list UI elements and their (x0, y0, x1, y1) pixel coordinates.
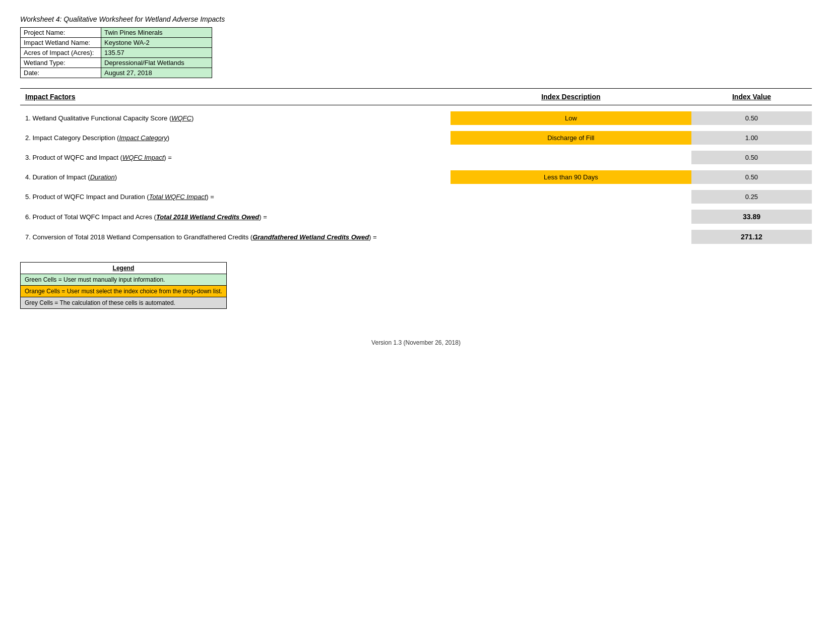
table-row: 3. Product of WQFC and Impact (WQFC Impa… (20, 151, 812, 164)
factor-label-5: 5. Product of WQFC Impact and Duration (… (20, 190, 451, 204)
factor-label-2: 2. Impact Category Description (Impact C… (20, 131, 451, 145)
acres-value: 135.57 (101, 48, 212, 58)
info-table: Project Name: Twin Pines Minerals Impact… (20, 27, 212, 78)
acres-label: Acres of Impact (Acres): (21, 48, 101, 58)
date-value: August 27, 2018 (101, 68, 212, 78)
version-footer: Version 1.3 (November 26, 2018) (20, 339, 812, 346)
table-row: 6. Product of Total WQFC Impact and Acre… (20, 210, 812, 224)
value-cell-1: 0.50 (691, 111, 812, 125)
table-row: 7. Conversion of Total 2018 Wetland Comp… (20, 230, 812, 244)
value-cell-3: 0.50 (691, 151, 812, 164)
factor-label-7: 7. Conversion of Total 2018 Wetland Comp… (20, 230, 451, 244)
description-cell-3 (451, 151, 691, 164)
impact-wetland-value: Keystone WA-2 (101, 38, 212, 48)
factor-label-4: 4. Duration of Impact (Duration) (20, 170, 451, 184)
value-cell-7: 271.12 (691, 230, 812, 244)
header-impact-factors: Impact Factors (20, 89, 451, 105)
header-index-description: Index Description (451, 89, 691, 105)
impact-wetland-label: Impact Wetland Name: (21, 38, 101, 48)
worksheet-title: Worksheet 4: Qualitative Worksheet for W… (20, 15, 812, 23)
factor-label-3: 3. Product of WQFC and Impact (WQFC Impa… (20, 151, 451, 164)
description-cell-1[interactable]: Low (451, 111, 691, 125)
project-name-label: Project Name: (21, 28, 101, 38)
wetland-type-value: Depressional/Flat Wetlands (101, 58, 212, 68)
factor-label-6: 6. Product of Total WQFC Impact and Acre… (20, 210, 451, 224)
legend-table: Legend Green Cells = User must manually … (20, 262, 227, 309)
wetland-type-label: Wetland Type: (21, 58, 101, 68)
date-label: Date: (21, 68, 101, 78)
value-cell-5: 0.25 (691, 190, 812, 204)
legend-title: Legend (21, 263, 227, 274)
project-name-value: Twin Pines Minerals (101, 28, 212, 38)
table-row: 2. Impact Category Description (Impact C… (20, 131, 812, 145)
table-row: 1. Wetland Qualitative Functional Capaci… (20, 111, 812, 125)
value-cell-6: 33.89 (691, 210, 812, 224)
legend-green: Green Cells = User must manually input i… (21, 274, 227, 286)
legend-orange: Orange Cells = User must select the inde… (21, 286, 227, 297)
description-cell-4[interactable]: Less than 90 Days (451, 170, 691, 184)
table-row: 5. Product of WQFC Impact and Duration (… (20, 190, 812, 204)
table-row: 4. Duration of Impact (Duration)Less tha… (20, 170, 812, 184)
description-cell-7 (451, 230, 691, 244)
description-cell-5 (451, 190, 691, 204)
value-cell-2: 1.00 (691, 131, 812, 145)
header-index-value: Index Value (691, 89, 812, 105)
legend-grey: Grey Cells = The calculation of these ce… (21, 297, 227, 309)
factor-label-1: 1. Wetland Qualitative Functional Capaci… (20, 111, 451, 125)
main-table: Impact Factors Index Description Index V… (20, 88, 812, 250)
value-cell-4: 0.50 (691, 170, 812, 184)
description-cell-6 (451, 210, 691, 224)
description-cell-2[interactable]: Discharge of Fill (451, 131, 691, 145)
